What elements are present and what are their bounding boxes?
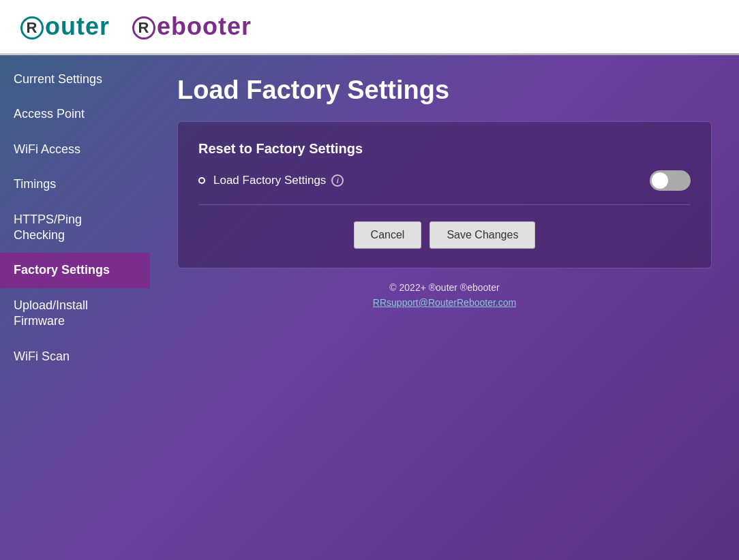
sidebar-item-https-ping[interactable]: HTTPS/Ping Checking: [0, 202, 150, 253]
logo-text-2: ebooter: [157, 12, 252, 40]
sidebar-item-wifi-scan[interactable]: WiFi Scan: [0, 339, 150, 374]
settings-card: Reset to Factory Settings Load Factory S…: [177, 121, 712, 268]
page-title: Load Factory Settings: [177, 76, 712, 105]
sidebar-item-timings[interactable]: Timings: [0, 167, 150, 202]
footer-email[interactable]: RRsupport@RouterRebooter.com: [373, 297, 516, 308]
factory-settings-toggle[interactable]: [650, 170, 691, 191]
logo-r2-icon: R: [132, 16, 155, 40]
sidebar-item-upload-firmware[interactable]: Upload/Install Firmware: [0, 288, 150, 339]
logo-text-1: outer: [45, 12, 110, 40]
factory-settings-row: Load Factory Settings i: [198, 170, 691, 191]
main-layout: Current Settings Access Point WiFi Acces…: [0, 55, 739, 560]
card-divider: [198, 204, 691, 205]
sidebar-item-current-settings[interactable]: Current Settings: [0, 62, 150, 97]
save-button[interactable]: Save Changes: [429, 221, 535, 249]
footer: © 2022+ ®outer ®ebooter RRsupport@Router…: [177, 268, 712, 322]
section-title: Reset to Factory Settings: [198, 141, 691, 157]
sidebar-item-factory-settings[interactable]: Factory Settings: [0, 253, 150, 287]
setting-label: Load Factory Settings i: [213, 174, 650, 187]
sidebar-item-wifi-access[interactable]: WiFi Access: [0, 132, 150, 167]
buttons-row: Cancel Save Changes: [198, 221, 691, 249]
bullet-icon: [198, 177, 205, 184]
cancel-button[interactable]: Cancel: [354, 221, 422, 249]
footer-copyright: © 2022+ ®outer ®ebooter: [191, 282, 698, 293]
logo-r1-icon: R: [20, 16, 44, 40]
info-icon[interactable]: i: [331, 174, 344, 187]
toggle-wrapper: [650, 170, 691, 191]
main-content: Load Factory Settings Reset to Factory S…: [150, 55, 739, 560]
sidebar: Current Settings Access Point WiFi Acces…: [0, 55, 150, 560]
sidebar-item-access-point[interactable]: Access Point: [0, 97, 150, 131]
header: Router Rebooter: [0, 0, 739, 53]
logo: Router Rebooter: [20, 12, 252, 41]
